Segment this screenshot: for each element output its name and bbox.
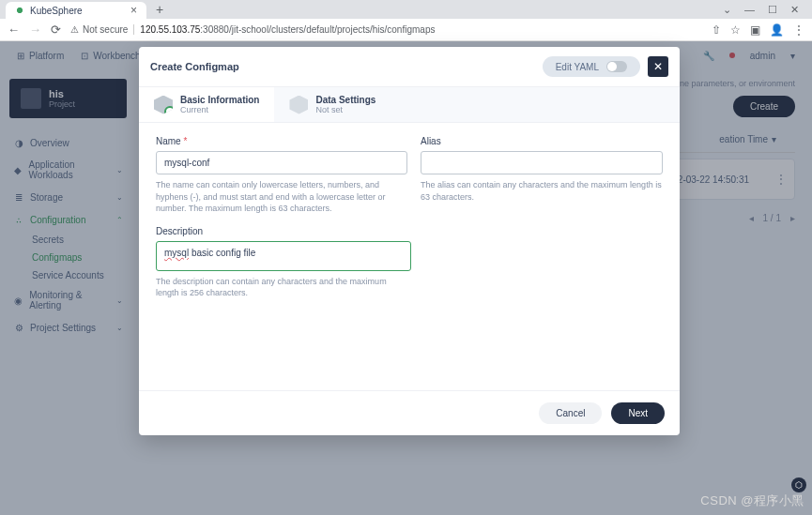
tab-data-settings[interactable]: Data Settings Not set	[274, 87, 391, 122]
create-configmap-modal: Create Configmap Edit YAML ✕ Basic Infor…	[139, 47, 680, 435]
minimize-icon[interactable]: —	[744, 4, 755, 16]
edit-yaml-toggle[interactable]: Edit YAML	[543, 56, 640, 77]
watermark: CSDN @程序小黑	[700, 492, 804, 509]
basic-info-icon	[154, 96, 173, 114]
security-indicator[interactable]: ⚠ Not secure	[70, 24, 134, 35]
warning-icon: ⚠	[70, 24, 79, 35]
name-input[interactable]	[156, 151, 407, 174]
share-icon[interactable]: ⇧	[712, 23, 721, 37]
tab-title: KubeSphere	[30, 6, 83, 16]
alias-input[interactable]	[421, 151, 663, 174]
modal-body: Name * The name can contain only lowerca…	[139, 123, 680, 390]
cancel-button[interactable]: Cancel	[539, 402, 602, 424]
url-text: 120.55.103.75:30880/jit-school/clusters/…	[140, 24, 435, 35]
description-label: Description	[156, 226, 411, 236]
close-tab-icon[interactable]: ×	[130, 4, 137, 17]
modal-footer: Cancel Next	[139, 390, 680, 435]
description-input[interactable]: mysql basic config file	[156, 241, 411, 271]
alias-label: Alias	[421, 136, 663, 146]
modal-tabs: Basic Information Current Data Settings …	[139, 86, 680, 123]
extensions-icon[interactable]: ▣	[750, 23, 760, 37]
alias-hint: The alias can contain any characters and…	[421, 179, 663, 203]
bookmark-icon[interactable]: ☆	[730, 23, 741, 37]
data-settings-icon	[289, 96, 308, 114]
back-button[interactable]: ←	[8, 23, 20, 37]
browser-toolbar: ← → ⟳ ⚠ Not secure 120.55.103.75:30880/j…	[0, 19, 812, 41]
favicon	[15, 6, 24, 15]
close-window-icon[interactable]: ✕	[790, 4, 799, 16]
profile-icon[interactable]: 👤	[770, 23, 784, 37]
maximize-icon[interactable]: ☐	[768, 4, 777, 16]
name-hint: The name can contain only lowercase lett…	[156, 179, 407, 215]
description-hint: The description can contain any characte…	[156, 276, 411, 299]
tab-basic-info[interactable]: Basic Information Current	[139, 87, 274, 122]
window-controls: ⌄ — ☐ ✕	[723, 4, 806, 16]
chevron-down-icon[interactable]: ⌄	[723, 4, 731, 16]
name-label: Name *	[156, 136, 407, 146]
next-button[interactable]: Next	[611, 402, 665, 424]
modal-header: Create Configmap Edit YAML ✕	[139, 47, 680, 86]
new-tab-button[interactable]: +	[150, 2, 169, 17]
modal-overlay[interactable]: Create Configmap Edit YAML ✕ Basic Infor…	[0, 41, 812, 515]
browser-tab-strip: KubeSphere × + ⌄ — ☐ ✕	[0, 0, 812, 19]
address-bar[interactable]: ⚠ Not secure 120.55.103.75:30880/jit-sch…	[70, 24, 702, 35]
modal-title: Create Configmap	[150, 61, 239, 72]
help-button[interactable]: ⬡	[791, 477, 806, 492]
browser-tab[interactable]: KubeSphere ×	[6, 2, 146, 19]
menu-icon[interactable]: ⋮	[793, 23, 804, 37]
reload-button[interactable]: ⟳	[51, 23, 61, 37]
forward-button[interactable]: →	[29, 23, 41, 37]
close-icon: ✕	[653, 60, 663, 73]
close-modal-button[interactable]: ✕	[648, 56, 668, 77]
toggle-switch[interactable]	[606, 61, 627, 72]
